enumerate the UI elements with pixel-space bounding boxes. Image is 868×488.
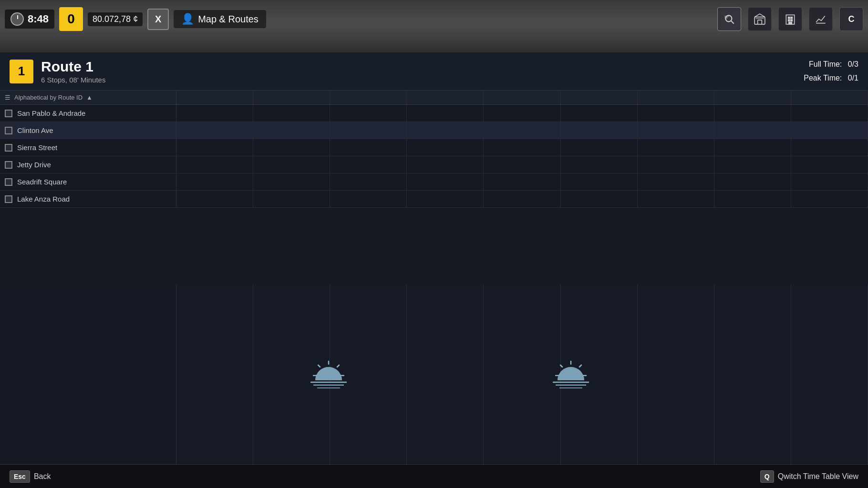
svg-line-17: [337, 365, 339, 367]
nav-title: 👤 Map & Routes: [174, 10, 266, 28]
back-key-badge: Esc: [10, 470, 30, 483]
stop-time-cell: [561, 139, 638, 156]
stop-name-cell: Clinton Ave: [0, 122, 176, 139]
svg-rect-10: [788, 17, 790, 19]
stop-time-cell: [484, 105, 560, 122]
time-col-9: [791, 91, 868, 104]
stop-time-cell: [791, 122, 868, 139]
time-col-1: [176, 91, 253, 104]
stop-time-cell: [714, 173, 791, 190]
stop-row[interactable]: Clinton Ave: [0, 122, 868, 139]
svg-rect-12: [788, 20, 790, 21]
stop-time-cell: [714, 139, 791, 156]
sunrise-icon-1: [310, 360, 348, 389]
stop-time-cell: [714, 105, 791, 122]
svg-point-31: [558, 367, 584, 389]
nav-garage-btn[interactable]: [748, 7, 772, 31]
svg-rect-4: [754, 17, 765, 24]
time-col-6: [561, 91, 638, 104]
top-bar: 8:48 0 80.072,78 ¢ X 👤 Map & Routes: [0, 0, 868, 38]
svg-rect-14: [789, 22, 792, 24]
bottom-bar: Esc Back Q Qwitch Time Table View: [0, 464, 868, 488]
stop-time-cell: [484, 139, 560, 156]
switch-view-button[interactable]: Q Qwitch Time Table View: [760, 470, 858, 483]
stop-icon: [5, 161, 12, 169]
svg-point-21: [315, 367, 342, 389]
stop-time-cell: [253, 191, 330, 207]
stop-time-cell: [407, 139, 484, 156]
empty-time-col-8: [714, 285, 791, 464]
stop-icon: [5, 144, 12, 152]
full-time-value: 0/3: [848, 60, 858, 68]
stop-col-header: ☰ Alphabetical by Route ID ▲: [0, 91, 176, 104]
route-header: 1 Route 1 6 Stops, 08' Minutes Full Time…: [0, 52, 868, 91]
stop-time-cell: [561, 122, 638, 139]
stop-row[interactable]: Lake Anza Road: [0, 191, 868, 208]
stop-time-cells: [176, 122, 868, 139]
back-label: Back: [34, 472, 51, 481]
stop-name-label: Seadrift Square: [17, 178, 67, 186]
nav-building-btn[interactable]: [778, 7, 802, 31]
stop-time-cell: [407, 105, 484, 122]
stop-row[interactable]: Sierra Street: [0, 139, 868, 156]
switch-key-badge: Q: [760, 470, 774, 483]
sort-arrow: ▲: [86, 94, 93, 101]
clock-icon: [10, 12, 24, 26]
svg-line-29: [560, 365, 562, 367]
stop-icon: [5, 178, 12, 186]
stop-time-cell: [253, 156, 330, 173]
stop-time-cells: [176, 191, 868, 207]
empty-time-cols: [176, 285, 868, 464]
svg-line-1: [731, 21, 734, 23]
svg-rect-13: [791, 20, 792, 21]
route-meta: 6 Stops, 08' Minutes: [41, 76, 800, 84]
svg-line-19: [318, 365, 320, 367]
nav-chart-btn[interactable]: [809, 7, 833, 31]
stop-time-cell: [176, 139, 253, 156]
route-name: Route 1: [41, 59, 800, 75]
money-display: 80.072,78 ¢: [88, 12, 143, 26]
sort-icon: ☰: [5, 94, 10, 101]
stop-time-cell: [330, 173, 407, 190]
time-col-2: [253, 91, 330, 104]
stop-time-cell: [407, 122, 484, 139]
stop-time-cell: [330, 122, 407, 139]
stop-time-cell: [484, 156, 560, 173]
stop-time-cell: [791, 173, 868, 190]
empty-time-col-4: [407, 285, 484, 464]
stop-time-cells: [176, 105, 868, 122]
stop-name-cell: Seadrift Square: [0, 173, 176, 190]
stop-row[interactable]: San Pablo & Andrade: [0, 105, 868, 122]
close-button[interactable]: X: [147, 9, 169, 30]
stop-time-cell: [791, 105, 868, 122]
stop-row[interactable]: Jetty Drive: [0, 156, 868, 173]
nav-corner-btn[interactable]: C: [839, 7, 863, 31]
stop-name-cell: Sierra Street: [0, 139, 176, 156]
svg-rect-11: [791, 17, 792, 19]
stop-icon: [5, 110, 12, 117]
timetable-area: ☰ Alphabetical by Route ID ▲ San Pablo &…: [0, 91, 868, 464]
time-col-5: [484, 91, 560, 104]
stop-time-cell: [176, 122, 253, 139]
nav-search-btn[interactable]: [717, 7, 741, 31]
stop-name-cell: Lake Anza Road: [0, 191, 176, 207]
stop-time-cell: [253, 105, 330, 122]
top-nav-icons: C: [717, 7, 863, 31]
stop-time-cell: [330, 105, 407, 122]
stop-time-cell: [714, 122, 791, 139]
svg-line-27: [579, 365, 581, 367]
stop-time-cell: [638, 139, 714, 156]
stop-name-label: San Pablo & Andrade: [17, 109, 85, 117]
stop-name-label: Jetty Drive: [17, 161, 51, 169]
main-panel: 1 Route 1 6 Stops, 08' Minutes Full Time…: [0, 52, 868, 464]
empty-stop-col: [0, 285, 176, 464]
stop-name-label: Lake Anza Road: [17, 195, 70, 203]
stop-icon: [5, 195, 12, 203]
time-text: 8:48: [28, 13, 49, 25]
switch-label: Qwitch Time Table View: [778, 472, 858, 481]
stop-time-cell: [561, 173, 638, 190]
back-button[interactable]: Esc Back: [10, 470, 51, 483]
stop-time-cell: [330, 156, 407, 173]
stop-row[interactable]: Seadrift Square: [0, 173, 868, 191]
stop-time-cell: [407, 191, 484, 207]
